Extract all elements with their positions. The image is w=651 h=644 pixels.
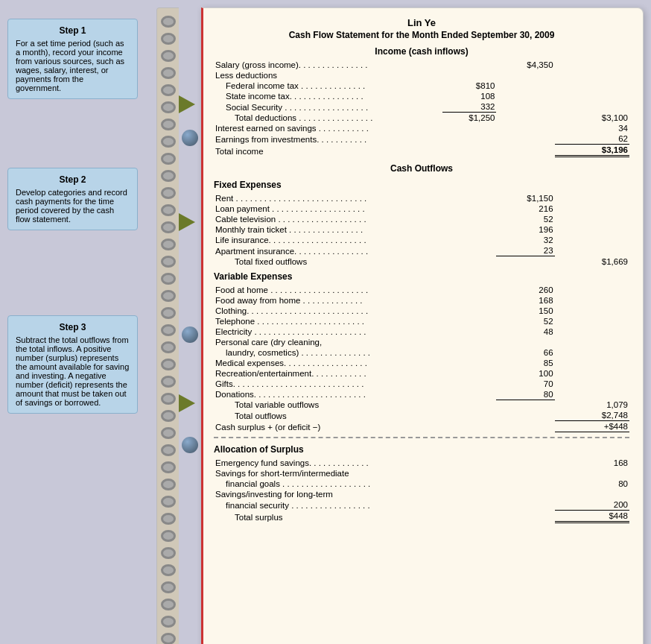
earnings-investments-label: Earnings from investments. . . . . . . .…	[214, 133, 442, 145]
table-row: Savings/investing for long-term	[214, 489, 629, 499]
total-ded-col3: $3,100	[555, 113, 629, 124]
document-subtitle: Cash Flow Statement for the Month Ended …	[214, 30, 629, 40]
personal-care-amt: 66	[496, 347, 554, 358]
document-title: Lin Ye	[214, 17, 629, 28]
spiral-ring	[161, 444, 176, 456]
table-row: State income tax. . . . . . . . . . . . …	[214, 91, 629, 101]
spiral-ring	[161, 376, 176, 388]
total-surplus-amt: $448	[555, 511, 629, 523]
total-fixed-amt: $1,669	[555, 256, 629, 267]
table-row: laundry, cosmetics) . . . . . . . . . . …	[214, 347, 629, 358]
electricity-amt: 48	[496, 326, 554, 337]
step-3-box: Step 3 Subtract the total outflows from …	[7, 315, 138, 414]
step-2-body: Develop categories and record cash payme…	[16, 188, 130, 224]
table-row: Recreation/entertainment. . . . . . . . …	[214, 368, 629, 379]
circle-decoration-3	[182, 437, 198, 453]
spiral-ring	[161, 410, 176, 422]
table-row: Cash surplus + (or deficit −) +$448	[214, 421, 629, 432]
fixed-expenses-table: Rent . . . . . . . . . . . . . . . . . .…	[214, 193, 629, 267]
table-row: Life insurance. . . . . . . . . . . . . …	[214, 235, 629, 245]
circle-decoration-1	[182, 130, 198, 146]
savings-long-amt: 200	[555, 499, 629, 511]
gifts-amt: 70	[496, 379, 554, 389]
spiral-ring	[161, 153, 176, 165]
table-row: Less deductions	[214, 70, 629, 80]
social-sec-label: Social Security . . . . . . . . . . . . …	[214, 101, 442, 113]
page-layout: Step 1 For a set time period (such as a …	[7, 7, 644, 644]
spiral-ring	[161, 67, 176, 79]
step-3-body: Subtract the total outflows from the tot…	[16, 335, 130, 407]
step-3-title: Step 3	[16, 322, 130, 332]
table-row: Cable television . . . . . . . . . . . .…	[214, 214, 629, 224]
table-row: Total fixed outflows $1,669	[214, 256, 629, 267]
food-away-amt: 168	[496, 295, 554, 306]
table-row: Earnings from investments. . . . . . . .…	[214, 133, 629, 145]
spiral-ring	[161, 290, 176, 302]
spiral-ring	[161, 359, 176, 370]
interest-savings-label: Interest earned on savings . . . . . . .…	[214, 123, 442, 133]
state-tax-label: State income tax. . . . . . . . . . . . …	[214, 91, 442, 101]
life-ins-amt: 32	[496, 235, 554, 245]
cable-amt: 52	[496, 214, 554, 224]
gifts-label: Gifts. . . . . . . . . . . . . . . . . .…	[214, 379, 442, 389]
spiral-ring	[161, 204, 176, 216]
table-row: Salary (gross income). . . . . . . . . .…	[214, 60, 629, 70]
recreation-amt: 100	[496, 368, 554, 379]
spiral-ring	[161, 599, 176, 610]
personal-care-label1: Personal care (dry cleaning,	[214, 337, 442, 347]
total-surplus-label: Total surplus	[214, 511, 442, 523]
variable-expenses-table: Food at home . . . . . . . . . . . . . .…	[214, 285, 629, 433]
dashed-divider	[214, 437, 629, 438]
total-outflows-label: Total outflows	[214, 410, 442, 421]
state-tax-amt: 108	[442, 91, 497, 101]
spiral-ring	[161, 513, 176, 525]
allocation-header: Allocation of Surplus	[214, 444, 629, 455]
clothing-amt: 150	[496, 306, 554, 316]
total-income-label: Total income	[214, 145, 442, 157]
table-row: Social Security . . . . . . . . . . . . …	[214, 101, 629, 113]
table-row: Total variable outflows 1,079	[214, 400, 629, 410]
arrows-column	[179, 7, 201, 644]
spiral-ring	[161, 547, 176, 559]
life-ins-label: Life insurance. . . . . . . . . . . . . …	[214, 235, 442, 245]
total-deductions-label: Total deductions . . . . . . . . . . . .…	[214, 113, 442, 124]
emergency-label: Emergency fund savings. . . . . . . . . …	[214, 458, 442, 468]
cash-surplus-amt: +$448	[555, 421, 629, 432]
spiral-ring	[161, 256, 176, 268]
social-sec-amt: 332	[442, 101, 497, 113]
total-outflows-amt: $2,748	[555, 410, 629, 421]
table-row: Electricity . . . . . . . . . . . . . . …	[214, 326, 629, 337]
table-row: Gifts. . . . . . . . . . . . . . . . . .…	[214, 379, 629, 389]
spiral-ring	[161, 564, 176, 576]
income-label-salary: Salary (gross income). . . . . . . . . .…	[214, 60, 442, 70]
recreation-label: Recreation/entertainment. . . . . . . . …	[214, 368, 442, 379]
spiral-ring	[161, 239, 176, 250]
spiral-ring	[161, 324, 176, 336]
salary-col2: $4,350	[496, 60, 554, 70]
spiral-ring	[161, 530, 176, 542]
spiral-spine	[156, 7, 179, 644]
total-variable-amt: 1,079	[555, 400, 629, 410]
spiral-ring	[161, 136, 176, 148]
total-income-amt: $3,196	[555, 145, 629, 157]
rent-label: Rent . . . . . . . . . . . . . . . . . .…	[214, 193, 442, 203]
electricity-label: Electricity . . . . . . . . . . . . . . …	[214, 326, 442, 337]
income-table: Salary (gross income). . . . . . . . . .…	[214, 60, 629, 157]
step-1-body: For a set time period (such as a month),…	[16, 39, 130, 92]
medical-label: Medical expenses. . . . . . . . . . . . …	[214, 358, 442, 368]
table-row: Donations. . . . . . . . . . . . . . . .…	[214, 389, 629, 400]
food-home-amt: 260	[496, 285, 554, 295]
table-row: Loan payment . . . . . . . . . . . . . .…	[214, 203, 629, 214]
personal-care-label2: laundry, cosmetics) . . . . . . . . . . …	[214, 347, 442, 358]
spiral-ring	[161, 633, 176, 644]
telephone-label: Telephone . . . . . . . . . . . . . . . …	[214, 316, 442, 326]
rent-amt: $1,150	[496, 193, 554, 203]
table-row: Interest earned on savings . . . . . . .…	[214, 123, 629, 133]
spiral-ring	[161, 479, 176, 490]
table-row: Total surplus $448	[214, 511, 629, 523]
cash-surplus-label: Cash surplus + (or deficit −)	[214, 421, 442, 432]
less-deductions-label: Less deductions	[214, 70, 442, 80]
savings-short-label1: Savings for short-term/intermediate	[214, 468, 442, 479]
spiral-ring	[161, 581, 176, 593]
step-1-arrow	[179, 95, 195, 113]
